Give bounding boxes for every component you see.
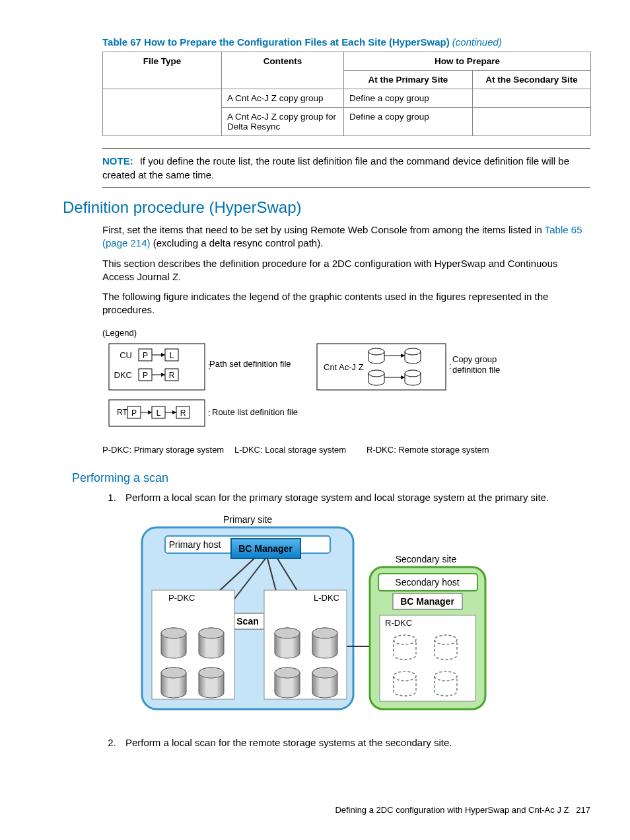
svg-rect-72	[380, 615, 475, 701]
svg-text:L: L	[157, 408, 161, 418]
table-caption-continued: (continued)	[452, 36, 502, 48]
legend-dkc: DKC	[114, 370, 132, 380]
svg-point-56	[161, 668, 186, 678]
para1-pre: First, set the items that need to be set…	[102, 224, 545, 235]
svg-point-60	[275, 628, 300, 638]
pdkc-cyl-1	[161, 628, 186, 658]
legend-rdkc-line: R-DKC: Remote storage system	[367, 445, 489, 455]
legend-ldkc-line: L-DKC: Local storage system	[234, 445, 346, 455]
td-contents-1: A Cnt Ac-J Z copy group for Delta Resync	[222, 108, 344, 136]
svg-text:L: L	[170, 351, 174, 360]
pdkc-cyl-2	[199, 628, 224, 658]
legend-cntacj: Cnt Ac-J Z	[324, 362, 364, 372]
legend-figure: (Legend) CU P L DKC P R Path set definit…	[102, 324, 591, 459]
legend-rt: RT	[117, 408, 127, 417]
ldkc-cyl-2	[312, 628, 337, 658]
ldkc-cyl-3	[275, 668, 300, 698]
svg-text:P: P	[143, 351, 148, 360]
svg-text:P: P	[143, 371, 148, 380]
legend-copygroup-1: Copy group	[452, 354, 497, 364]
td-primary-0: Define a copy group	[344, 89, 473, 108]
diagram-primary-site: Primary site	[223, 514, 272, 525]
scan-diagram: Primary site Primary host BC Manager Sca…	[129, 511, 499, 722]
svg-point-62	[312, 628, 337, 638]
diagram-scan: Scan	[236, 616, 258, 627]
legend-title: (Legend)	[102, 328, 137, 338]
footer-text: Defining a 2DC configuration with HyperS…	[335, 805, 569, 815]
svg-point-16	[405, 348, 421, 355]
step-1: Perform a local scan for the primary sto…	[119, 490, 590, 504]
svg-point-52	[161, 628, 186, 638]
subsection-title: Performing a scan	[72, 471, 590, 485]
steps-list-2: Perform a local scan for the remote stor…	[119, 736, 590, 749]
svg-point-66	[312, 668, 337, 678]
ldkc-cyl-1	[275, 628, 300, 658]
svg-text::: :	[449, 361, 452, 371]
legend-routelist: Route list definition file	[212, 407, 298, 417]
svg-point-19	[368, 370, 384, 377]
th-secondary: At the Secondary Site	[473, 71, 591, 89]
ldkc-cyl-4	[312, 668, 337, 698]
svg-text:P: P	[131, 408, 137, 418]
diagram-pdkc: P-DKC	[168, 593, 195, 603]
note-block: NOTE:If you define the route list, the r…	[102, 148, 590, 188]
svg-point-20	[405, 370, 421, 377]
diagram-secondary-host: Secondary host	[395, 577, 459, 588]
table-caption-prefix: Table 67 How to Prepare the Configuratio…	[102, 36, 452, 48]
th-how-to-prepare: How to Prepare	[344, 52, 591, 71]
svg-point-54	[199, 628, 224, 638]
section-title: Definition procedure (HyperSwap)	[63, 198, 590, 217]
svg-point-15	[368, 348, 384, 355]
td-primary-1: Define a copy group	[344, 108, 473, 136]
svg-marker-32	[172, 410, 176, 414]
svg-marker-28	[148, 410, 152, 414]
para1-post: (excluding a delta resync control path).	[151, 237, 324, 248]
para1: First, set the items that need to be set…	[102, 223, 590, 250]
diagram-ldkc: L-DKC	[314, 593, 339, 603]
legend-cu: CU	[120, 350, 132, 360]
td-file-type-empty	[103, 89, 222, 136]
config-table: File Type Contents How to Prepare At the…	[102, 52, 591, 136]
legend-copygroup-2: definition file	[452, 365, 500, 375]
pdkc-cyl-4	[199, 668, 224, 698]
th-primary: At the Primary Site	[344, 71, 473, 89]
svg-text::: :	[208, 408, 211, 418]
td-contents-0: A Cnt Ac-J Z copy group	[222, 89, 344, 108]
svg-marker-18	[401, 354, 405, 358]
svg-text:BC Manager: BC Manager	[400, 596, 454, 607]
diagram-rdkc: R-DKC	[385, 618, 412, 628]
diagram-primary-host: Primary host	[169, 539, 221, 550]
svg-point-58	[199, 668, 224, 678]
para2: This section describes the definition pr…	[102, 257, 590, 284]
para3: The following figure indicates the legen…	[102, 290, 590, 317]
th-contents: Contents	[222, 52, 344, 89]
svg-text:BC Manager: BC Manager	[238, 543, 293, 554]
diagram-secondary-site: Secondary site	[396, 554, 457, 564]
page-footer: Defining a 2DC configuration with HyperS…	[335, 805, 590, 815]
td-secondary-0	[473, 89, 591, 108]
svg-marker-22	[401, 375, 405, 379]
td-secondary-1	[473, 108, 591, 136]
pdkc-cyl-3	[161, 668, 186, 698]
th-file-type: File Type	[103, 52, 222, 89]
svg-text:R: R	[169, 371, 175, 380]
step-2: Perform a local scan for the remote stor…	[119, 736, 590, 749]
legend-pathset: Path set definition file	[209, 359, 291, 369]
note-text: If you define the route list, the route …	[102, 155, 569, 180]
svg-marker-10	[161, 373, 165, 377]
footer-page: 217	[576, 805, 590, 815]
table-caption: Table 67 How to Prepare the Configuratio…	[102, 36, 590, 48]
svg-point-64	[275, 668, 300, 678]
svg-text:R: R	[180, 408, 186, 418]
note-label: NOTE:	[102, 155, 133, 167]
svg-marker-4	[161, 353, 165, 357]
legend-pdkc-line: P-DKC: Primary storage system	[102, 445, 224, 455]
svg-text::: :	[208, 361, 211, 371]
steps-list: Perform a local scan for the primary sto…	[119, 490, 590, 504]
